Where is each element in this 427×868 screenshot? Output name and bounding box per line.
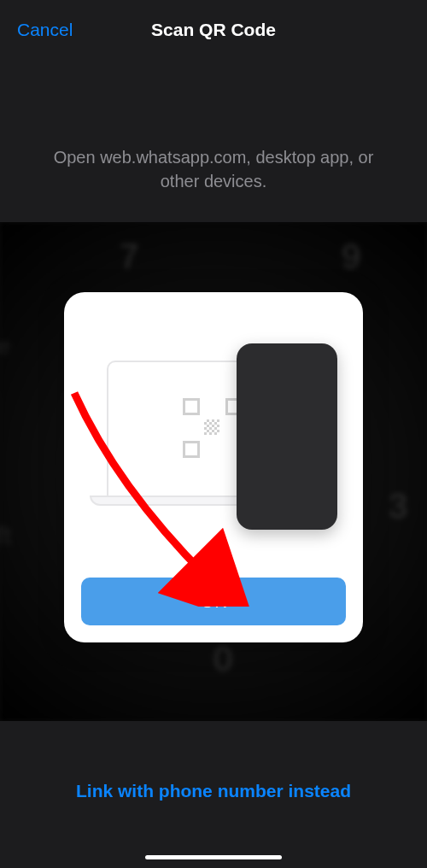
bg-key: ime (0, 333, 10, 360)
qr-code-icon (183, 398, 244, 460)
bg-key: 3 (389, 487, 407, 525)
home-indicator (145, 855, 282, 859)
camera-preview: 7 9 ime 3 0 ift OK (0, 222, 427, 721)
qr-modal-card: OK (64, 292, 363, 642)
ok-button[interactable]: OK (81, 578, 346, 625)
instruction-text: Open web.whatsapp.com, desktop app, or o… (0, 145, 427, 193)
bg-key: 9 (342, 238, 360, 276)
page-title: Scan QR Code (151, 20, 276, 40)
cancel-button[interactable]: Cancel (17, 20, 73, 40)
bg-key: ift (0, 521, 11, 550)
phone-icon (237, 343, 337, 530)
link-phone-number-button[interactable]: Link with phone number instead (0, 781, 427, 801)
device-illustration (81, 309, 346, 548)
bg-key: 7 (120, 238, 138, 276)
navigation-header: Cancel Scan QR Code (0, 0, 427, 60)
bg-key: 0 (214, 640, 232, 678)
